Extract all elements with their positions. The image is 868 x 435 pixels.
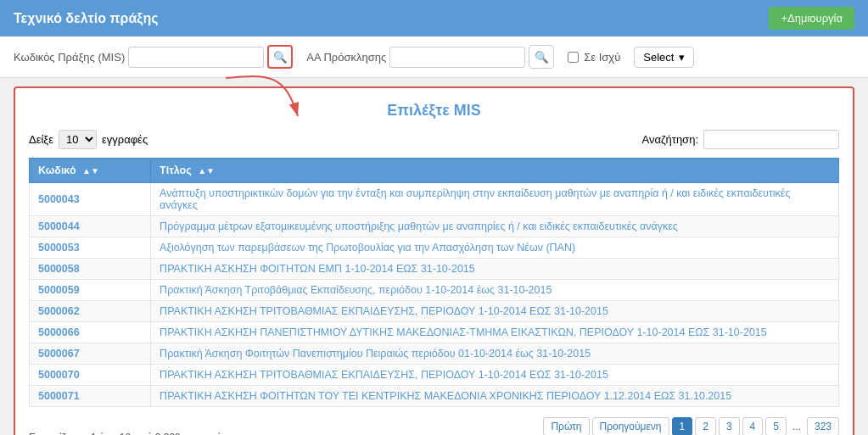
select-label: Select <box>643 51 674 64</box>
row-code: 5000043 <box>30 183 151 216</box>
page-title: Τεχνικό δελτίο πράξης <box>14 11 159 26</box>
modal-title: Επιλέξτε MIS <box>29 102 839 120</box>
row-title: Ανάπτυξη υποστηρικτικών δομών για την έν… <box>151 183 839 216</box>
search-bar: Κωδικός Πράξης (MIS) 🔍 ΑΑ Πρόσκλησης 🔍 Σ… <box>0 36 868 78</box>
chevron-down-icon: ▾ <box>679 51 685 64</box>
page-3-button[interactable]: 3 <box>719 417 740 435</box>
aa-input[interactable] <box>389 47 525 68</box>
aa-label: ΑΑ Πρόσκλησης <box>306 51 386 64</box>
create-button[interactable]: +Δημιουργία <box>769 7 854 30</box>
table-row[interactable]: 5000062ΠΡΑΚΤΙΚΗ ΑΣΚΗΣΗ ΤΡΙΤΟΒΑΘΜΙΑΣ ΕΚΠΑ… <box>30 301 839 322</box>
table-search-group: Αναζήτηση: <box>642 130 839 149</box>
first-page-button[interactable]: Πρώτη <box>543 417 589 435</box>
row-title: ΠΡΑΚΤΙΚΗ ΑΣΚΗΣΗ ΦΟΙΤΗΤΩΝ ΕΜΠ 1-10-2014 Ε… <box>151 259 839 280</box>
page-1-button[interactable]: 1 <box>672 417 693 435</box>
row-code: 5000053 <box>30 237 151 259</box>
row-code: 5000059 <box>30 280 151 301</box>
table-row[interactable]: 5000058ΠΡΑΚΤΙΚΗ ΑΣΚΗΣΗ ΦΟΙΤΗΤΩΝ ΕΜΠ 1-10… <box>30 259 839 280</box>
pagination-info: Εμφανίζονται 1 έως 10 από 3.229 εγγραφές <box>29 432 226 436</box>
prev-page-button[interactable]: Προηγούμενη <box>592 417 669 435</box>
col-code-header[interactable]: Κωδικό ▲▼ <box>30 159 151 183</box>
row-code: 5000044 <box>30 216 151 237</box>
search-icon-aa: 🔍 <box>535 51 549 64</box>
page-4-button[interactable]: 4 <box>742 417 764 435</box>
mis-search-button[interactable]: 🔍 <box>267 45 293 69</box>
row-code: 5000058 <box>30 259 151 280</box>
row-title: Πρακτική Άσκηση Φοιτητών Πανεπιστημίου Π… <box>151 343 839 365</box>
sort-icon-code: ▲▼ <box>82 166 99 176</box>
mis-search-group: Κωδικός Πράξης (MIS) 🔍 <box>14 45 293 69</box>
pagination-row-top: Πρώτη Προηγούμενη 1 2 3 4 5 ... 323 <box>543 417 839 435</box>
table-row[interactable]: 5000059Πρακτική Άσκηση Τριτοβάθμιας Εκπα… <box>30 280 839 301</box>
table-row[interactable]: 5000071ΠΡΑΚΤΙΚΗ ΑΣΚΗΣΗ ΦΟΙΤΗΤΩΝ ΤΟΥ ΤΕΙ … <box>30 386 839 407</box>
se-isxy-checkbox[interactable] <box>568 52 579 63</box>
modal-overlay: Επιλέξτε MIS Δείξε 10 25 50 εγγραφές Ανα… <box>14 86 854 435</box>
select-dropdown[interactable]: Select ▾ <box>634 47 694 68</box>
aa-search-button[interactable]: 🔍 <box>529 45 554 69</box>
table-row[interactable]: 5000044Πρόγραμμα μέτρων εξατομικευμένης … <box>30 216 839 237</box>
search-icon: 🔍 <box>273 51 288 64</box>
table-row[interactable]: 5000043Ανάπτυξη υποστηρικτικών δομών για… <box>30 183 839 216</box>
top-bar: Τεχνικό δελτίο πράξης +Δημιουργία <box>0 0 868 36</box>
table-row[interactable]: 5000067Πρακτική Άσκηση Φοιτητών Πανεπιστ… <box>30 343 839 365</box>
page-dots: ... <box>789 418 804 435</box>
show-group: Δείξε 10 25 50 εγγραφές <box>29 130 148 149</box>
sort-icon-title: ▲▼ <box>198 166 215 176</box>
row-code: 5000070 <box>30 365 151 386</box>
pagination-bar: Εμφανίζονται 1 έως 10 από 3.229 εγγραφές… <box>29 417 839 435</box>
page-2-button[interactable]: 2 <box>695 417 716 435</box>
page-5-button[interactable]: 5 <box>765 417 787 435</box>
modal-panel: Επιλέξτε MIS Δείξε 10 25 50 εγγραφές Ανα… <box>14 86 854 435</box>
entries-label: εγγραφές <box>102 133 148 146</box>
row-title: ΠΡΑΚΤΙΚΗ ΑΣΚΗΣΗ ΠΑΝΕΠΙΣΤΗΜΙΟΥ ΔΥΤΙΚΗΣ ΜΑ… <box>151 322 839 343</box>
se-isxy-group: Σε Ισχύ <box>568 51 620 64</box>
row-code: 5000062 <box>30 301 151 322</box>
table-search-input[interactable] <box>703 130 839 149</box>
aa-search-group: ΑΑ Πρόσκλησης 🔍 <box>306 45 554 69</box>
modal-controls: Δείξε 10 25 50 εγγραφές Αναζήτηση: <box>29 130 839 149</box>
table-row[interactable]: 5000066ΠΡΑΚΤΙΚΗ ΑΣΚΗΣΗ ΠΑΝΕΠΙΣΤΗΜΙΟΥ ΔΥΤ… <box>30 322 839 343</box>
row-code: 5000066 <box>30 322 151 343</box>
se-isxy-label: Σε Ισχύ <box>584 51 620 64</box>
row-code: 5000067 <box>30 343 151 365</box>
mis-input[interactable] <box>128 47 264 68</box>
show-select[interactable]: 10 25 50 <box>59 130 97 149</box>
table-row[interactable]: 5000053Αξιολόγηση των παρεμβάσεων της Πρ… <box>30 237 839 259</box>
row-title: Πρόγραμμα μέτρων εξατομικευμένης υποστήρ… <box>151 216 839 237</box>
pagination-controls: Πρώτη Προηγούμενη 1 2 3 4 5 ... 323 Επόμ… <box>543 417 839 435</box>
row-code: 5000071 <box>30 386 151 407</box>
table-row[interactable]: 5000070ΠΡΑΚΤΙΚΗ ΑΣΚΗΣΗ ΤΡΙΤΟΒΑΘΜΙΑΣ ΕΚΠΑ… <box>30 365 839 386</box>
row-title: ΠΡΑΚΤΙΚΗ ΑΣΚΗΣΗ ΦΟΙΤΗΤΩΝ ΤΟΥ ΤΕΙ ΚΕΝΤΡΙΚ… <box>151 386 839 407</box>
row-title: Πρακτική Άσκηση Τριτοβάθμιας Εκπαίδευσης… <box>151 280 839 301</box>
last-page-number-button[interactable]: 323 <box>807 417 839 435</box>
show-label: Δείξε <box>29 133 53 146</box>
col-title-header[interactable]: Τίτλος ▲▼ <box>151 159 839 183</box>
row-title: Αξιολόγηση των παρεμβάσεων της Πρωτοβουλ… <box>151 237 839 259</box>
mis-table: Κωδικό ▲▼ Τίτλος ▲▼ 5000043Ανάπτυξη υποσ… <box>29 158 839 407</box>
row-title: ΠΡΑΚΤΙΚΗ ΑΣΚΗΣΗ ΤΡΙΤΟΒΑΘΜΙΑΣ ΕΚΠΑΙΔΕΥΣΗΣ… <box>151 301 839 322</box>
search-label: Αναζήτηση: <box>642 133 698 146</box>
mis-label: Κωδικός Πράξης (MIS) <box>14 51 125 64</box>
row-title: ΠΡΑΚΤΙΚΗ ΑΣΚΗΣΗ ΤΡΙΤΟΒΑΘΜΙΑΣ ΕΚΠΑΙΔΕΥΣΗΣ… <box>151 365 839 386</box>
